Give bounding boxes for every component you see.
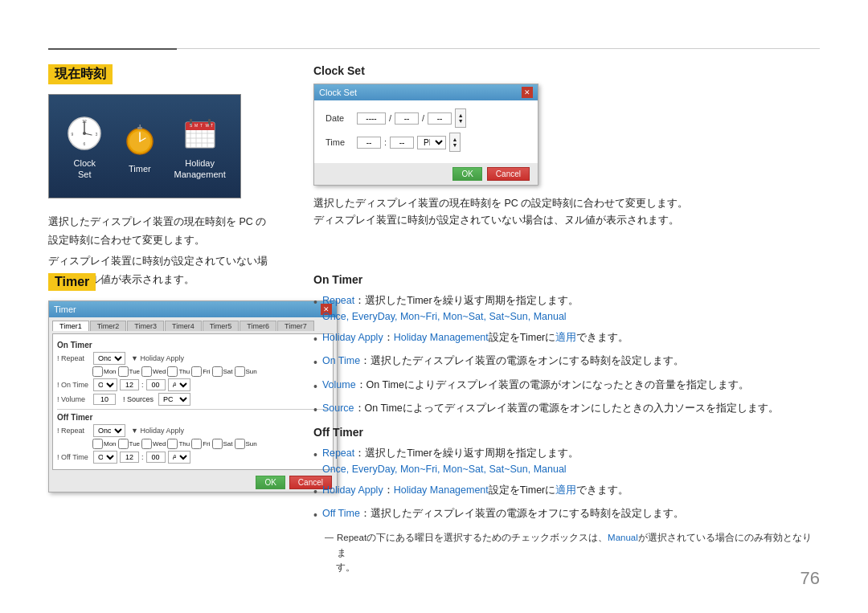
on-timer-title: On Timer (313, 273, 820, 286)
timer-section-left: Timer Timer ✕ Timer1 Timer2 Timer3 Timer… (48, 273, 273, 492)
bullet-dot-2: • (313, 330, 317, 348)
off-cb-wed[interactable]: Wed (141, 439, 166, 449)
off-cb-fri[interactable]: Fri (191, 439, 210, 449)
holiday-apply-link-1: Holiday Apply (322, 332, 383, 343)
off-timer-content-label: Off Timer (57, 413, 329, 422)
svg-rect-13 (139, 125, 141, 128)
on-sources-label: ! Sources (123, 395, 154, 403)
clock-set-dialog: Clock Set ✕ Date / / ▲ ▼ (313, 84, 538, 186)
timer-tab-6[interactable]: Timer6 (240, 321, 276, 331)
timer-dialog: Timer ✕ Timer1 Timer2 Timer3 Timer4 Time… (48, 300, 338, 492)
dialog-title-text: Clock Set (319, 88, 357, 97)
clock-set-item: 6 12 9 3 ClockSet (63, 112, 105, 181)
on-bullet-5: • Source：On Timeによってディスプレイ装置の電源をオンにしたときの… (313, 400, 820, 419)
svg-text:3: 3 (96, 132, 98, 137)
time-input-2[interactable] (390, 137, 414, 149)
volume-link: Volume (322, 379, 356, 390)
on-time-m-input[interactable] (146, 379, 166, 390)
off-time-row: ! Off Time Off On : AM PM (57, 451, 329, 464)
time-spinner[interactable]: ▲ ▼ (449, 133, 461, 152)
cb-thu[interactable]: Thu (167, 366, 190, 377)
on-repeat-select[interactable]: Once EveryDay Manual (93, 352, 125, 365)
dialog-titlebar: Clock Set ✕ (314, 84, 538, 100)
clock-set-dialog-area: Clock Set ✕ Date / / ▲ ▼ (313, 84, 820, 186)
off-time-label: ! Off Time (57, 453, 91, 461)
holiday-item: S M T W T HolidayManagement (174, 112, 225, 181)
cb-mon[interactable]: Mon (92, 366, 117, 377)
on-sources-select[interactable]: PC HDMI (158, 393, 190, 406)
on-bullet-3-text: On Time：選択したディスプレイ装置の電源をオンにする時刻を設定します。 (322, 353, 684, 369)
manual-link: Manual (608, 533, 638, 542)
off-checkbox-row: Mon Tue Wed Thu Fri Sat Sun (57, 439, 329, 449)
right-col-top: Clock Set Clock Set ✕ Date / / (313, 64, 820, 230)
on-bullet-2-text: Holiday Apply：Holiday Management設定をTimer… (322, 329, 628, 345)
date-input-1[interactable] (357, 112, 386, 125)
genzai-section: 現在時刻 6 12 9 3 ClockSet (48, 64, 273, 288)
off-time-onoff-select[interactable]: Off On (93, 451, 117, 464)
timer-ok-button[interactable]: OK (256, 476, 285, 489)
clock-panel: 6 12 9 3 ClockSet (48, 94, 241, 198)
off-cb-sun[interactable]: Sun (235, 439, 257, 449)
off-time-h-input[interactable] (120, 452, 139, 463)
dialog-close-button[interactable]: ✕ (522, 87, 533, 98)
holiday-mgmt-link-2: Holiday Management (394, 484, 489, 496)
time-ampm-select[interactable]: PM AM (417, 136, 446, 149)
on-timer-content-label: On Timer (57, 341, 329, 349)
timer-tabs: Timer1 Timer2 Timer3 Timer4 Timer5 Timer… (52, 321, 334, 331)
svg-text:W: W (205, 123, 209, 128)
cb-sun[interactable]: Sun (235, 366, 257, 377)
off-cb-tue[interactable]: Tue (118, 439, 141, 449)
on-ampm-select[interactable]: AM PM (168, 378, 190, 391)
timer-content: On Timer ! Repeat Once EveryDay Manual ▼… (52, 333, 334, 470)
off-bullet-1-text: Repeat：選択したTimerを繰り返す周期を指定します。 Once, Eve… (322, 445, 579, 477)
svg-text:6: 6 (84, 141, 86, 146)
timer-dialog-title: Timer (54, 304, 76, 314)
date-spinner[interactable]: ▲ ▼ (455, 108, 466, 128)
timer-title: Timer (48, 273, 96, 291)
cb-sat[interactable]: Sat (212, 366, 233, 377)
holiday-apply-link-2: Holiday Apply (322, 484, 383, 496)
timer-footer: OK Cancel (49, 473, 337, 492)
on-volume-input[interactable] (93, 394, 116, 405)
off-cb-mon[interactable]: Mon (92, 439, 117, 449)
date-input-2[interactable] (395, 112, 419, 125)
off-bullet-1: • Repeat：選択したTimerを繰り返す周期を指定します。 Once, E… (313, 445, 820, 477)
cancel-button[interactable]: Cancel (487, 167, 530, 181)
cb-wed[interactable]: Wed (141, 366, 166, 377)
svg-text:9: 9 (72, 132, 74, 137)
timer-tab-5[interactable]: Timer5 (203, 321, 240, 331)
off-bullet-dot-1: • (313, 446, 317, 464)
note-text-1: Repeatの下にある曜日を選択するためのチェックボックスは、Manualが選択… (337, 530, 820, 560)
on-time-h-input[interactable] (120, 379, 139, 390)
top-rule-accent (48, 48, 177, 50)
clock-desc-1: 選択したディスプレイ装置の現在時刻を PC の設定時刻に合わせて変更します。 (313, 195, 820, 212)
timer-tab-1[interactable]: Timer1 (52, 321, 89, 331)
timer-tab-2[interactable]: Timer2 (90, 321, 127, 331)
timer-tab-3[interactable]: Timer3 (127, 321, 164, 331)
note-line-1: ― Repeatの下にある曜日を選択するためのチェックボックスは、Manualが… (325, 530, 820, 560)
time-input-1[interactable] (357, 137, 381, 149)
note-dash: ― (325, 530, 334, 545)
on-holiday-apply-label: ▼ Holiday Apply (131, 354, 184, 362)
cb-tue[interactable]: Tue (118, 366, 141, 377)
on-bullet-1-text: Repeat：選択したTimerを繰り返す周期を指定します。 Once, Eve… (322, 292, 579, 325)
date-input-3[interactable] (428, 112, 452, 125)
date-sep-2: / (422, 113, 424, 123)
off-bullet-2: • Holiday Apply：Holiday Management設定をTim… (313, 482, 820, 501)
off-repeat-select[interactable]: Once EveryDay Manual (93, 424, 125, 437)
off-time-sep: : (141, 453, 144, 461)
ok-button[interactable]: OK (452, 167, 481, 181)
off-ampm-select[interactable]: AM PM (168, 451, 190, 464)
on-checkbox-row: Mon Tue Wed Thu Fri Sat Sun (57, 366, 329, 377)
off-bullet-dot-3: • (313, 506, 317, 524)
cb-fri[interactable]: Fri (191, 366, 210, 377)
timer-tab-4[interactable]: Timer4 (165, 321, 202, 331)
bullet-dot-3: • (313, 353, 317, 371)
on-time-onoff-select[interactable]: Off On (93, 378, 117, 391)
timer-tab-7[interactable]: Timer7 (277, 321, 314, 331)
off-cb-thu[interactable]: Thu (167, 439, 190, 449)
repeat-link-1: Repeat (322, 295, 354, 306)
date-row: Date / / ▲ ▼ (326, 108, 526, 128)
off-time-m-input[interactable] (146, 452, 166, 463)
off-cb-sat[interactable]: Sat (212, 439, 233, 449)
